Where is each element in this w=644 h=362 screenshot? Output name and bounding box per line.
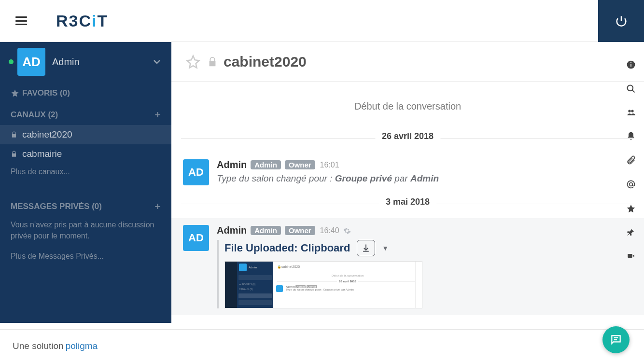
file-title[interactable]: File Uploaded: Clipboard [224, 242, 350, 254]
more-channels-link[interactable]: Plus de canaux... [0, 164, 171, 180]
role-tag-admin: Admin [251, 160, 281, 169]
section-canaux[interactable]: CANAUX (2) + [0, 102, 171, 125]
sidebar-user[interactable]: AD Admin [0, 42, 171, 82]
gear-icon[interactable] [343, 227, 351, 235]
file-attachment: File Uploaded: Clipboard ▼ R3CiT Admin [217, 240, 632, 308]
date-label: 26 avril 2018 [375, 130, 440, 142]
date-divider: 26 avril 2018 [171, 130, 644, 146]
chevron-down-icon [151, 56, 163, 68]
svg-point-3 [628, 85, 633, 91]
channel-cabinet2020[interactable]: cabinet2020 [0, 125, 171, 144]
user-name: Admin [52, 56, 151, 68]
svg-point-5 [628, 110, 630, 112]
message-text: Type du salon changé pour : Groupe privé… [217, 173, 632, 184]
dm-empty-text: Vous n'avez pris part à aucune discussio… [0, 217, 171, 244]
conversation-header: cabinet2020 [171, 42, 644, 82]
section-favoris[interactable]: FAVORIS (0) [0, 82, 171, 102]
chat-fab[interactable] [602, 326, 630, 353]
footer-link[interactable]: poligma [66, 341, 98, 351]
user-avatar: AD [17, 48, 45, 76]
caret-down-icon[interactable]: ▼ [382, 244, 389, 252]
add-channel-icon[interactable]: + [154, 109, 161, 121]
date-divider: 3 mai 2018 [171, 196, 644, 211]
add-dm-icon[interactable]: + [154, 200, 161, 213]
role-tag-owner: Owner [285, 160, 315, 169]
image-preview[interactable]: R3CiT Admin ★ FAVORIS (0) CANAUX (2) [224, 261, 422, 308]
channel-cabmairie[interactable]: cabmairie [0, 144, 171, 164]
conversation-title: cabinet2020 [224, 54, 307, 70]
more-dm-link[interactable]: Plus de Messages Privés... [0, 248, 171, 265]
footer-text: Une solution [13, 341, 64, 351]
message-time: 16:40 [320, 226, 339, 235]
power-icon [615, 14, 628, 28]
svg-point-7 [630, 183, 633, 186]
message-user[interactable]: Admin [217, 225, 247, 236]
top-bar: R3CiT [0, 0, 644, 42]
lock-icon [11, 151, 17, 157]
conversation-begin: Début de la conversation [171, 82, 644, 126]
svg-line-4 [632, 90, 635, 93]
section-dm[interactable]: MESSAGES PRIVÉS (0) + [0, 194, 171, 217]
date-label: 3 mai 2018 [379, 196, 436, 208]
menu-hamburger[interactable] [15, 16, 27, 25]
pin-icon[interactable] [627, 228, 635, 237]
channel-label: cabinet2020 [22, 129, 72, 140]
app-logo: R3CiT [56, 12, 108, 30]
right-toolbar [618, 48, 644, 260]
power-button[interactable] [598, 0, 644, 42]
attachment-icon[interactable] [626, 155, 636, 165]
status-online-icon [9, 59, 14, 64]
svg-point-2 [630, 62, 631, 63]
role-tag-owner: Owner [285, 226, 315, 235]
message-time: 16:01 [320, 161, 339, 169]
message-item: AD Admin Admin Owner 16:40 File Uploaded… [171, 218, 644, 315]
footer: Une solution poligma [0, 329, 644, 362]
download-button[interactable] [357, 240, 375, 256]
lock-icon [207, 56, 218, 67]
lock-icon [11, 131, 17, 138]
video-icon[interactable] [626, 252, 636, 260]
favorite-toggle[interactable] [186, 55, 200, 69]
sidebar: AD Admin FAVORIS (0) CANAUX (2) + cabine… [0, 42, 171, 323]
svg-point-6 [631, 110, 633, 112]
info-icon[interactable] [626, 60, 636, 70]
bell-icon[interactable] [626, 131, 636, 141]
star-icon [11, 89, 19, 97]
message-user[interactable]: Admin [217, 159, 247, 170]
conversation-panel: cabinet2020 Début de la conversation 26 … [171, 42, 644, 323]
star-icon[interactable] [626, 204, 636, 213]
message-avatar: AD [183, 225, 209, 251]
svg-rect-8 [628, 254, 632, 258]
search-icon[interactable] [626, 84, 636, 94]
svg-rect-1 [630, 64, 631, 67]
message-item: AD Admin Admin Owner 16:01 Type du salon… [171, 153, 644, 192]
mention-icon[interactable] [626, 180, 636, 189]
role-tag-admin: Admin [251, 226, 281, 235]
members-icon[interactable] [626, 108, 636, 117]
channel-label: cabmairie [22, 149, 62, 159]
message-avatar: AD [183, 159, 209, 185]
